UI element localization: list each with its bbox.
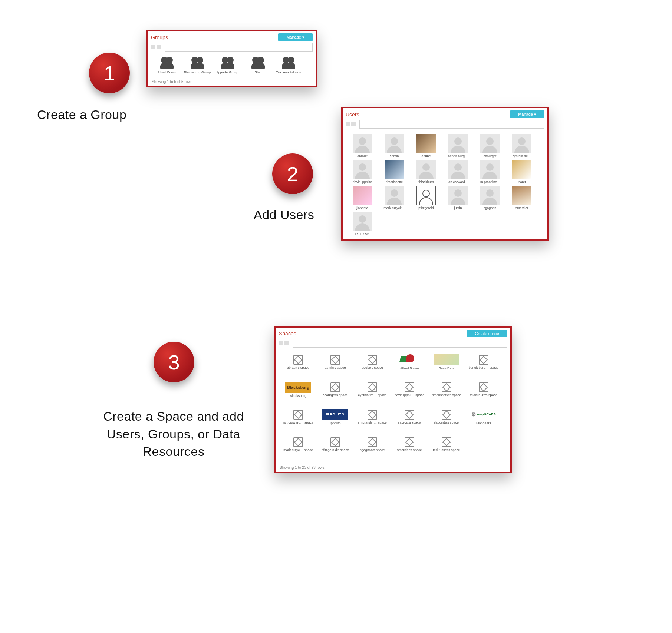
spaces-panel: Spaces Create space abrault's spaceadmin…	[274, 326, 512, 473]
group-item[interactable]: Trackers Admins	[273, 57, 304, 74]
space-label: Base Data	[439, 367, 454, 371]
groups-footer: Showing 1 to 5 of 5 rows	[148, 77, 316, 86]
space-item[interactable]: cbourget's space	[317, 380, 354, 398]
space-item[interactable]: smercier's space	[391, 435, 428, 452]
space-item[interactable]: cynthia.tre… space	[354, 380, 391, 398]
avatar	[448, 186, 468, 205]
group-icon	[281, 57, 296, 69]
group-item[interactable]: Blacksburg Group	[182, 57, 213, 74]
user-item[interactable]: benoit.burg…	[442, 134, 474, 158]
user-label: cynthia.tre…	[513, 155, 531, 158]
user-item[interactable]: ted.russer	[346, 212, 378, 236]
space-item[interactable]: IPPOLITOIppolito	[317, 408, 354, 425]
user-item[interactable]: mark.ruzyck…	[378, 186, 410, 210]
user-item[interactable]: smercier	[506, 186, 538, 210]
space-item[interactable]: adube's space	[354, 353, 391, 371]
space-item[interactable]: Base Data	[428, 353, 465, 371]
space-item[interactable]: mapGEARSMapgears	[465, 408, 502, 425]
cube-icon	[293, 437, 303, 447]
user-item[interactable]: fblackburn	[410, 160, 442, 184]
space-item[interactable]: dmorissette's space	[428, 380, 465, 398]
space-item[interactable]: Alfred Boivin	[391, 353, 428, 371]
cube-icon	[405, 437, 414, 447]
user-item[interactable]: cynthia.tre…	[506, 134, 538, 158]
space-item[interactable]: fblackburn's space	[465, 380, 502, 398]
step-2-badge: 2	[272, 153, 313, 194]
avatar	[512, 186, 531, 205]
user-item[interactable]: pfitzgerald	[410, 186, 442, 210]
space-item[interactable]: pfitzgerald's space	[317, 435, 354, 452]
user-label: david.ippolito	[353, 180, 372, 184]
space-label: Alfred Boivin	[400, 367, 419, 371]
space-item[interactable]: jm.prandin… space	[354, 408, 391, 425]
cube-icon	[368, 382, 377, 392]
user-label: jlapenta	[356, 206, 368, 210]
avatar	[353, 134, 372, 153]
user-label: dmorissette	[386, 180, 403, 184]
group-item[interactable]: Ippolito Group	[213, 57, 243, 74]
user-item[interactable]: adube	[410, 134, 442, 158]
user-item[interactable]: justin	[442, 186, 474, 210]
user-item[interactable]: jlapenta	[346, 186, 378, 210]
spaces-search-input[interactable]	[293, 339, 507, 348]
view-toggle-icon[interactable]	[151, 43, 163, 52]
space-item[interactable]: ted.russer's space	[428, 435, 465, 452]
view-toggle-icon[interactable]	[346, 120, 358, 129]
users-manage-button[interactable]: Manage ▾	[510, 110, 544, 118]
avatar	[480, 186, 500, 205]
space-item[interactable]: benoit.burg… space	[465, 353, 502, 371]
avatar	[385, 160, 404, 179]
space-logo: IPPOLITO	[322, 409, 348, 420]
user-item[interactable]: david.ippolito	[346, 160, 378, 184]
space-label: pfitzgerald's space	[322, 448, 349, 452]
group-icon	[159, 57, 174, 69]
user-label: sgagnon	[484, 206, 497, 210]
space-item[interactable]: david.ippoli… space	[391, 380, 428, 398]
group-label: Blacksburg Group	[184, 71, 211, 74]
space-label: cbourget's space	[323, 394, 348, 397]
view-toggle-icon[interactable]	[279, 339, 291, 348]
space-item[interactable]: mark.ruzyc… space	[280, 435, 317, 452]
spaces-create-button[interactable]: Create space	[467, 330, 507, 337]
user-item[interactable]: jm.prandine…	[474, 160, 506, 184]
cube-icon	[442, 382, 451, 392]
space-label: admin's space	[325, 366, 346, 370]
avatar	[512, 134, 531, 153]
space-item[interactable]: abrault's space	[280, 353, 317, 371]
space-label: smercier's space	[397, 448, 422, 452]
groups-panel: Groups Manage ▾ Alfred BoivinBlacksburg …	[146, 30, 317, 87]
group-item[interactable]: Staff	[243, 57, 273, 74]
user-item[interactable]: abrault	[346, 134, 378, 158]
groups-manage-button[interactable]: Manage ▾	[278, 33, 313, 41]
spaces-title: Spaces	[279, 331, 467, 337]
user-item[interactable]: cbourget	[474, 134, 506, 158]
user-item[interactable]: ian.carward…	[442, 160, 474, 184]
space-item[interactable]: BlacksburgBlacksburg	[280, 380, 317, 398]
step-3-label: Create a Space and add Users, Groups, or…	[85, 408, 263, 461]
space-logo	[434, 354, 459, 365]
space-item[interactable]: jlapointe's space	[428, 408, 465, 425]
space-item[interactable]: jlacroix's space	[391, 408, 428, 425]
space-item[interactable]: admin's space	[317, 353, 354, 371]
user-label: ted.russer	[355, 232, 370, 236]
groups-search-input[interactable]	[165, 43, 313, 52]
space-label: cynthia.tre… space	[358, 394, 386, 397]
space-label: sgagnon's space	[360, 448, 385, 452]
user-item[interactable]: admin	[378, 134, 410, 158]
user-item[interactable]: sgagnon	[474, 186, 506, 210]
user-label: ian.carward…	[448, 180, 468, 184]
avatar	[480, 134, 500, 153]
user-item[interactable]: jsoret	[506, 160, 538, 184]
avatar	[480, 160, 500, 179]
avatar	[512, 160, 531, 179]
users-title: Users	[346, 112, 510, 117]
user-item[interactable]: dmorissette	[378, 160, 410, 184]
group-label: Alfred Boivin	[158, 71, 177, 74]
space-item[interactable]: sgagnon's space	[354, 435, 391, 452]
avatar	[353, 160, 372, 179]
users-search-input[interactable]	[359, 120, 544, 129]
space-item[interactable]: ian.carward… space	[280, 408, 317, 425]
cube-icon	[405, 410, 414, 420]
space-label: jm.prandin… space	[358, 421, 387, 425]
group-item[interactable]: Alfred Boivin	[152, 57, 182, 74]
